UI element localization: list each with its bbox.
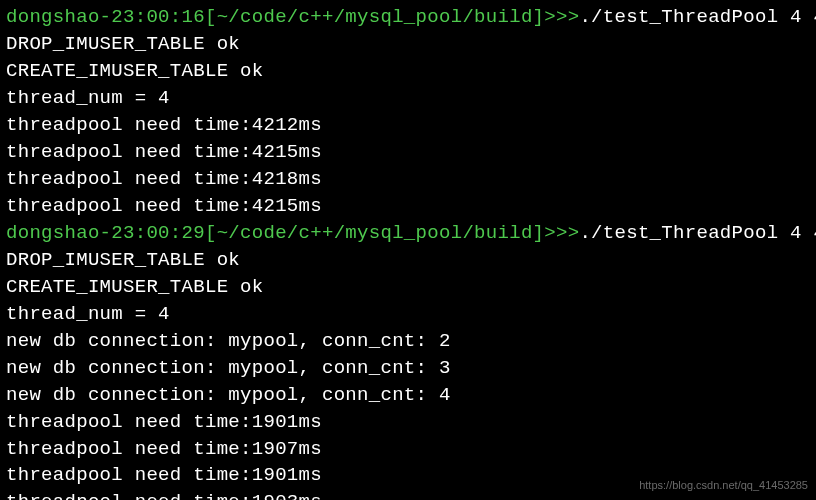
command-text: ./test_ThreadPool 4 4 1: [579, 222, 816, 244]
prompt-user-host-time: dongshao-23:00:16: [6, 6, 205, 28]
terminal-line: CREATE_IMUSER_TABLE ok: [6, 274, 810, 301]
prompt-path: [~/code/c++/mysql_pool/build]: [205, 6, 544, 28]
terminal-line: DROP_IMUSER_TABLE ok: [6, 31, 810, 58]
terminal-line: threadpool need time:4215ms: [6, 139, 810, 166]
output-text: new db connection: mypool, conn_cnt: 3: [6, 357, 451, 379]
prompt-path: [~/code/c++/mysql_pool/build]: [205, 222, 544, 244]
terminal-line: threadpool need time:4212ms: [6, 112, 810, 139]
terminal-line: threadpool need time:1901ms: [6, 409, 810, 436]
terminal-line: threadpool need time:4218ms: [6, 166, 810, 193]
output-text: threadpool need time:4218ms: [6, 168, 322, 190]
output-text: threadpool need time:1903ms: [6, 491, 322, 500]
output-text: CREATE_IMUSER_TABLE ok: [6, 60, 263, 82]
output-text: threadpool need time:1901ms: [6, 411, 322, 433]
prompt-user-host-time: dongshao-23:00:29: [6, 222, 205, 244]
command-text: ./test_ThreadPool 4 4 0: [579, 6, 816, 28]
terminal-line: dongshao-23:00:16[~/code/c++/mysql_pool/…: [6, 4, 810, 31]
output-text: DROP_IMUSER_TABLE ok: [6, 33, 240, 55]
output-text: CREATE_IMUSER_TABLE ok: [6, 276, 263, 298]
output-text: new db connection: mypool, conn_cnt: 2: [6, 330, 451, 352]
output-text: threadpool need time:4212ms: [6, 114, 322, 136]
output-text: threadpool need time:4215ms: [6, 195, 322, 217]
terminal-line: new db connection: mypool, conn_cnt: 2: [6, 328, 810, 355]
terminal-line: thread_num = 4: [6, 301, 810, 328]
watermark-text: https://blog.csdn.net/qq_41453285: [639, 478, 808, 494]
terminal-line: thread_num = 4: [6, 85, 810, 112]
output-text: new db connection: mypool, conn_cnt: 4: [6, 384, 451, 406]
output-text: thread_num = 4: [6, 87, 170, 109]
output-text: thread_num = 4: [6, 303, 170, 325]
terminal-line: dongshao-23:00:29[~/code/c++/mysql_pool/…: [6, 220, 810, 247]
terminal-line: new db connection: mypool, conn_cnt: 3: [6, 355, 810, 382]
terminal-output: dongshao-23:00:16[~/code/c++/mysql_pool/…: [6, 4, 810, 500]
terminal-line: threadpool need time:4215ms: [6, 193, 810, 220]
output-text: threadpool need time:1907ms: [6, 438, 322, 460]
terminal-line: DROP_IMUSER_TABLE ok: [6, 247, 810, 274]
output-text: threadpool need time:1901ms: [6, 464, 322, 486]
prompt-symbol: >>>: [544, 6, 579, 28]
terminal-line: new db connection: mypool, conn_cnt: 4: [6, 382, 810, 409]
output-text: threadpool need time:4215ms: [6, 141, 322, 163]
terminal-line: CREATE_IMUSER_TABLE ok: [6, 58, 810, 85]
output-text: DROP_IMUSER_TABLE ok: [6, 249, 240, 271]
prompt-symbol: >>>: [544, 222, 579, 244]
terminal-line: threadpool need time:1907ms: [6, 436, 810, 463]
